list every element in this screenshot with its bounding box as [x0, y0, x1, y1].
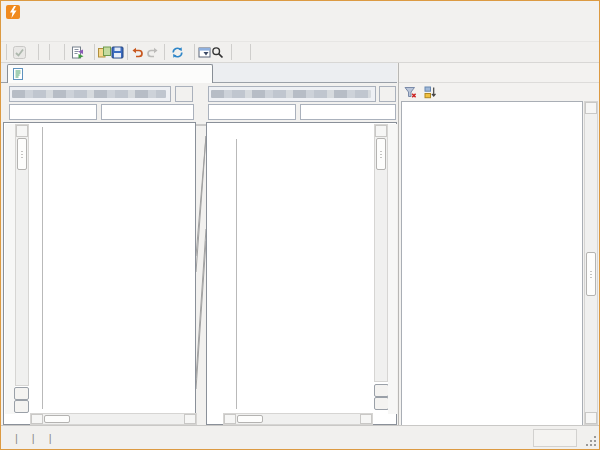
document-tab-strip [1, 63, 397, 83]
next-difference-button[interactable] [14, 400, 29, 413]
scrollbar-thumb[interactable] [44, 415, 70, 423]
field-icon [304, 106, 316, 118]
left-code-editor[interactable] [30, 123, 197, 414]
accept-check-icon [13, 46, 26, 59]
new-code-comparison-button[interactable] [68, 45, 91, 60]
scrollbar-thumb[interactable] [376, 138, 386, 170]
app-logo-icon [6, 5, 20, 19]
left-source-path-redacted [12, 90, 166, 98]
undo-icon[interactable] [131, 46, 144, 59]
scrollbar-thumb[interactable] [237, 415, 263, 423]
scroll-left-icon[interactable] [31, 414, 43, 424]
left-source-path-combo[interactable] [9, 86, 171, 102]
search-icon[interactable] [211, 46, 224, 59]
left-editor-pane [3, 122, 196, 425]
tree-vertical-scrollbar[interactable] [584, 101, 598, 425]
title-bar [1, 1, 599, 23]
refresh-button[interactable] [168, 45, 191, 60]
scrollbar-thumb[interactable] [17, 138, 27, 170]
document-icon [12, 68, 24, 80]
right-browse-button[interactable] [379, 86, 396, 102]
right-member-combo[interactable] [300, 104, 396, 120]
right-type-combo[interactable] [208, 104, 296, 120]
refresh-icon [171, 46, 184, 59]
app-window: | | | [0, 0, 600, 450]
accept-result-button[interactable] [10, 45, 35, 60]
right-code-editor[interactable] [223, 123, 375, 414]
right-source-path-redacted [211, 90, 371, 98]
scroll-down-icon[interactable] [585, 412, 597, 424]
scroll-up-icon[interactable] [585, 102, 597, 114]
left-vertical-scrollbar[interactable] [15, 124, 29, 386]
field-icon [105, 106, 117, 118]
structure-guide-line [42, 127, 43, 409]
left-type-combo[interactable] [9, 104, 97, 120]
scroll-right-icon[interactable] [360, 414, 372, 424]
class-icon [13, 106, 25, 118]
difference-explorer-toolbar [399, 83, 599, 101]
caret-position-indicator [533, 429, 577, 447]
prev-difference-button[interactable] [374, 384, 389, 397]
scroll-left-icon[interactable] [224, 414, 236, 424]
left-diff-map[interactable] [5, 124, 15, 414]
redo-icon[interactable] [146, 46, 159, 59]
status-bar: | | | [1, 425, 599, 449]
maximize-button[interactable] [543, 2, 569, 20]
next-difference-button[interactable] [374, 397, 389, 410]
diff-connector-lines [196, 122, 206, 413]
right-horizontal-scrollbar[interactable] [223, 413, 373, 425]
structure-guide-line [236, 139, 237, 409]
sort-icon[interactable] [424, 86, 437, 99]
difference-explorer-panel [398, 63, 599, 425]
right-vertical-scrollbar[interactable] [374, 124, 388, 382]
right-diff-map[interactable] [388, 124, 397, 414]
left-member-combo[interactable] [101, 104, 194, 120]
new-comparison-icon [71, 46, 84, 59]
document-tab[interactable] [7, 64, 213, 83]
scroll-up-icon[interactable] [375, 125, 387, 137]
window-layout-icon[interactable] [198, 46, 211, 59]
compare-files-icon[interactable] [98, 46, 111, 59]
class-icon [212, 106, 224, 118]
right-merge-gutter [208, 123, 223, 414]
minimize-button[interactable] [517, 2, 543, 20]
prev-difference-button[interactable] [14, 387, 29, 400]
filter-icon[interactable] [404, 86, 417, 99]
save-icon[interactable] [111, 46, 124, 59]
menu-bar [1, 23, 599, 41]
difference-tree [401, 101, 583, 425]
right-source-path-combo[interactable] [208, 86, 376, 102]
scrollbar-thumb[interactable] [586, 252, 596, 296]
left-browse-button[interactable] [175, 86, 193, 102]
main-toolbar [1, 41, 599, 63]
scroll-right-icon[interactable] [184, 414, 196, 424]
close-button[interactable] [569, 2, 595, 20]
difference-explorer-header [399, 63, 599, 83]
resize-grip[interactable] [586, 436, 596, 446]
scroll-up-icon[interactable] [16, 125, 28, 137]
left-horizontal-scrollbar[interactable] [30, 413, 197, 425]
right-editor-pane [206, 122, 397, 425]
